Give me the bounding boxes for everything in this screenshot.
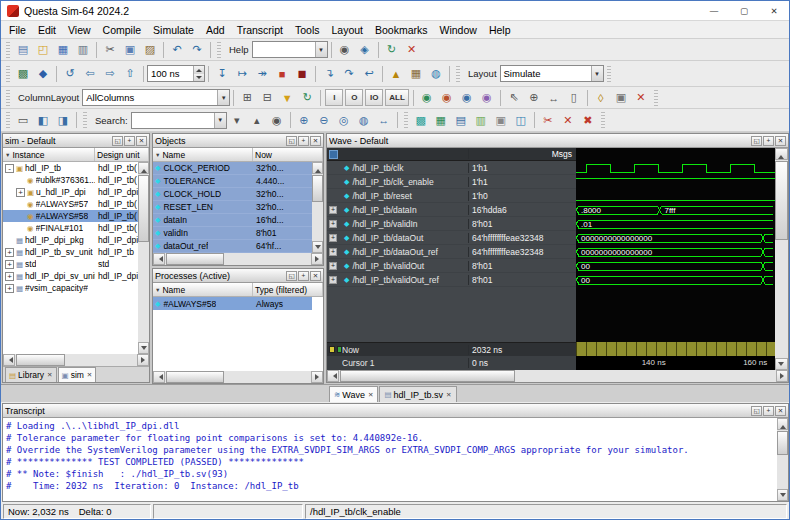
expander-icon[interactable]: + — [329, 248, 337, 256]
scroll-down-icon[interactable] — [775, 358, 788, 370]
find-icon[interactable]: ◉ — [336, 41, 354, 58]
sim-panel-header[interactable]: sim - Default ◱+✕ — [3, 134, 149, 148]
show-readers-icon[interactable]: ▦ — [432, 112, 450, 129]
wave-compare-icon[interactable]: ◫ — [512, 112, 530, 129]
scroll-thumb[interactable] — [775, 161, 788, 240]
waveform-trace[interactable]: 00 — [576, 273, 775, 287]
delete-wave-icon[interactable]: ✕ — [559, 112, 577, 129]
toolbar-grip[interactable] — [6, 42, 10, 58]
close-icon[interactable]: ✕ — [310, 136, 321, 146]
undock-icon[interactable]: ◱ — [751, 406, 762, 416]
log-options-icon[interactable]: ◉ — [458, 89, 476, 106]
step-out-icon[interactable]: ↩ — [360, 65, 378, 82]
collapse-all-icon[interactable]: ⊟ — [258, 89, 276, 106]
break-icon[interactable]: ■ — [273, 65, 291, 82]
undock-icon[interactable]: ◱ — [751, 136, 762, 146]
refresh-view-icon[interactable]: ↻ — [298, 89, 316, 106]
bookmark-icon[interactable]: ◈ — [356, 41, 374, 58]
menu-item-simulate[interactable]: Simulate — [147, 22, 200, 38]
object-row[interactable]: ◆dataOut_ref64'hf... — [153, 240, 312, 253]
scroll-track[interactable] — [15, 354, 137, 366]
object-row[interactable]: ◆TOLERANCE4.440... — [153, 175, 312, 188]
cut-icon[interactable]: ✂ — [101, 41, 119, 58]
waveform-trace[interactable]: .01 — [576, 217, 775, 231]
wave-signal-row[interactable]: ◆/hdl_IP_tb/reset1'h0 — [327, 189, 576, 203]
sim-horizontal-scrollbar[interactable] — [3, 354, 149, 366]
scroll-right-icon[interactable] — [311, 253, 323, 265]
timeline-scale[interactable] — [576, 342, 775, 356]
scroll-down-icon[interactable] — [312, 241, 323, 253]
zoom-range-icon[interactable]: ↔ — [375, 112, 393, 129]
tree-row[interactable]: +▦hdl_IP_dpi_sv_unithdl_IP_dpi — [3, 270, 138, 282]
lock-cursor-icon[interactable]: ▣ — [612, 89, 630, 106]
environment-up-icon[interactable]: ⇧ — [121, 65, 139, 82]
expand-icon[interactable]: + — [124, 136, 135, 146]
expander-icon[interactable]: + — [329, 234, 337, 242]
search-options-icon[interactable]: ◉ — [268, 112, 286, 129]
close-button[interactable]: ✕ — [759, 1, 789, 20]
collapse-time-icon[interactable]: ▥ — [472, 112, 490, 129]
insert-cursor-icon[interactable]: ◊ — [592, 89, 610, 106]
scroll-track[interactable] — [165, 371, 311, 383]
expander-icon[interactable]: + — [5, 272, 14, 281]
scroll-down-icon[interactable] — [138, 342, 149, 354]
run-length-field[interactable]: 100 ns — [147, 65, 205, 82]
wave-signal-row[interactable]: ◆/hdl_IP_tb/clk_enable1'h1 — [327, 175, 576, 189]
scroll-track[interactable] — [777, 430, 788, 489]
toolbar-grip[interactable] — [654, 90, 658, 106]
search-input[interactable]: ▼ — [131, 112, 227, 129]
dropdown-arrow-icon[interactable]: ▼ — [217, 90, 229, 105]
menu-item-transcript[interactable]: Transcript — [231, 22, 289, 38]
step-into-icon[interactable]: ↴ — [320, 65, 338, 82]
save-icon[interactable]: ▦ — [54, 41, 72, 58]
zoom-in-icon[interactable]: ⊕ — [295, 112, 313, 129]
environment-back-icon[interactable]: ⇦ — [81, 65, 99, 82]
copy-icon[interactable]: ▣ — [121, 41, 139, 58]
list-options-icon[interactable]: ◉ — [438, 89, 456, 106]
close-icon[interactable]: ✕ — [310, 271, 321, 281]
ungroup-icon[interactable]: ✖ — [579, 112, 597, 129]
pan-mode-icon[interactable]: ↔ — [545, 89, 563, 106]
toolbar-grip[interactable] — [83, 112, 87, 128]
close-icon[interactable]: ✕ — [775, 136, 786, 146]
wave-filter-icon[interactable]: ▣ — [492, 112, 510, 129]
tab-wave[interactable]: ≋Wave✕ — [329, 386, 378, 402]
tab-close-icon[interactable]: ✕ — [87, 371, 92, 379]
toolbar-grip[interactable] — [601, 112, 605, 128]
expander-icon[interactable]: + — [329, 206, 337, 214]
paste-icon[interactable]: ▨ — [141, 41, 159, 58]
schematic-options-icon[interactable]: ◉ — [478, 89, 496, 106]
process-row[interactable]: ◆#ALWAYS#58Always — [153, 297, 312, 310]
column-header-name[interactable]: ▼Name — [153, 148, 253, 161]
scroll-thumb[interactable] — [340, 370, 515, 382]
undo-icon[interactable]: ↶ — [168, 41, 186, 58]
wave-horizontal-scrollbar[interactable] — [327, 370, 788, 382]
run-all-icon[interactable]: ↠ — [253, 65, 271, 82]
zoom-mode-icon[interactable]: ⊕ — [525, 89, 543, 106]
maximize-button[interactable]: ▢ — [729, 1, 759, 20]
ports-all-button[interactable]: ALL — [385, 89, 409, 106]
tab-sim[interactable]: ▣sim✕ — [58, 367, 97, 382]
wave-tool-icon[interactable] — [329, 150, 338, 159]
menu-item-file[interactable]: File — [3, 22, 32, 38]
stop-load-icon[interactable]: ✕ — [403, 41, 421, 58]
expand-time-icon[interactable]: ▤ — [452, 112, 470, 129]
tab-library[interactable]: ▤Library✕ — [5, 367, 57, 382]
scroll-thumb[interactable] — [166, 253, 224, 265]
tree-row[interactable]: +▦hdl_IP_tb_sv_unithdl_IP_tb — [3, 246, 138, 258]
scroll-thumb[interactable] — [166, 371, 224, 383]
toolbar-grip[interactable] — [6, 112, 10, 128]
menu-item-help[interactable]: Help — [483, 22, 517, 38]
column-header-name[interactable]: ▼Name — [153, 283, 253, 296]
zoom-full-icon[interactable]: ◎ — [335, 112, 353, 129]
transcript-panel-header[interactable]: Transcript ◱+✕ — [3, 404, 788, 418]
waveform-trace[interactable]: .80007fff — [576, 203, 775, 217]
scroll-left-icon[interactable] — [153, 371, 165, 383]
continue-run-icon[interactable]: ↦ — [233, 65, 251, 82]
scroll-right-icon[interactable] — [137, 354, 149, 366]
toolbar-grip[interactable] — [6, 66, 10, 82]
select-mode-icon[interactable]: ⇖ — [505, 89, 523, 106]
scroll-thumb[interactable] — [16, 354, 65, 366]
wave-vertical-scrollbar[interactable] — [775, 148, 788, 370]
menu-item-edit[interactable]: Edit — [32, 22, 62, 38]
